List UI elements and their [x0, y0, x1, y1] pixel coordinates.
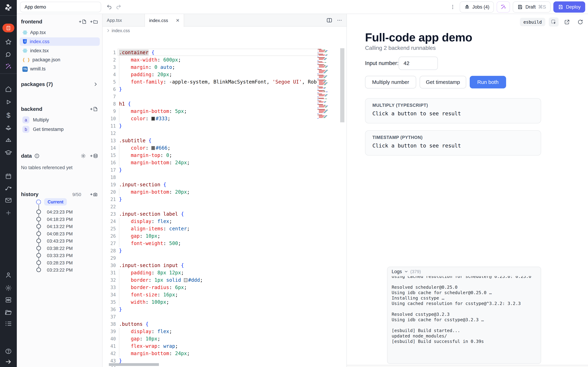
refresh-icon[interactable] [575, 17, 585, 26]
account-icon[interactable] [0, 269, 17, 281]
open-external-icon[interactable] [562, 17, 572, 26]
file-item-wmill-ts[interactable]: TSwmill.ts [20, 65, 100, 73]
app-title-input[interactable]: App demo [20, 2, 101, 12]
history-node[interactable] [36, 231, 41, 236]
code-line: .input-section input { [119, 262, 317, 269]
history-node[interactable] [36, 224, 41, 229]
history-timestamp[interactable]: 04:23:23 PM [47, 209, 73, 215]
packages-chevron-icon[interactable] [93, 82, 98, 87]
settings-gear-icon[interactable] [0, 282, 17, 294]
editor-horizontal-scrollbar[interactable] [109, 363, 159, 366]
get-timestamp-button[interactable]: Get timestamp [420, 76, 466, 88]
data-settings-icon[interactable] [80, 153, 86, 159]
history-timestamp[interactable]: 04:08:23 PM [47, 231, 73, 237]
help-icon[interactable] [0, 345, 17, 357]
add-file-icon[interactable] [78, 19, 87, 25]
windmill-logo[interactable] [0, 2, 17, 14]
history-node[interactable] [36, 260, 41, 265]
code-line: max-width: 600px; [119, 56, 317, 64]
logs-header[interactable]: Logs (379) [388, 267, 541, 276]
more-menu-icon[interactable] [450, 4, 456, 10]
home-icon[interactable] [0, 83, 17, 95]
editor-more-icon[interactable] [337, 17, 342, 23]
add-folder-icon[interactable] [90, 19, 99, 25]
history-node[interactable] [36, 246, 41, 250]
history-current-pill[interactable]: Current [44, 198, 67, 206]
breadcrumb[interactable]: index.css [103, 26, 346, 35]
favorites-nav[interactable] [0, 36, 17, 48]
info-icon[interactable] [34, 153, 40, 158]
history-count: 9/50 [72, 192, 81, 197]
search-icon[interactable] [0, 49, 17, 61]
schools-icon[interactable] [0, 147, 17, 159]
run-both-button[interactable]: Run both [470, 76, 506, 88]
file-item-App-tsx[interactable]: App.tsx [20, 28, 100, 37]
line-number: 38 [103, 320, 116, 328]
history-node[interactable] [36, 239, 41, 243]
file-item-index-css[interactable]: 3index.css [20, 37, 100, 46]
flows-icon[interactable] [0, 182, 17, 194]
ai-wand-button[interactable] [497, 1, 510, 13]
close-tab-icon[interactable]: ✕ [176, 18, 180, 23]
code-line: width: 100px; [119, 299, 317, 306]
file-item-package-json[interactable]: { }package.json [20, 56, 100, 64]
backend-runnable-b[interactable]: bGet timestamp [20, 125, 100, 133]
add-table-icon[interactable] [90, 153, 99, 159]
split-editor-icon[interactable] [326, 17, 332, 23]
ai-assistant-icon[interactable] [0, 60, 17, 72]
minimap[interactable] [317, 48, 339, 122]
current-line-highlight [118, 49, 318, 56]
jobs-button[interactable]: Jobs (4) [460, 1, 494, 13]
history-timestamp[interactable]: 03:43:23 PM [47, 238, 73, 244]
tab-app-tsx[interactable]: App.tsx [103, 14, 126, 26]
audit-logs-icon[interactable] [0, 318, 17, 330]
ts-file-icon: TS [22, 66, 28, 72]
expand-rail-icon[interactable] [0, 356, 17, 367]
history-timestamp[interactable]: 03:23:22 PM [47, 267, 73, 273]
backend-runnable-a[interactable]: aMultiply [20, 116, 100, 124]
calendar-icon[interactable] [0, 170, 17, 182]
history-timestamp[interactable]: 04:18:23 PM [47, 217, 73, 222]
draft-button[interactable]: Draft⌘S [513, 1, 551, 13]
history-node[interactable] [36, 253, 41, 258]
code-line: font-weight: 500; [119, 240, 317, 247]
redo-icon[interactable] [115, 4, 121, 10]
code-area[interactable]: 1234567891011121314151617181920212223242… [103, 35, 346, 367]
mail-icon[interactable] [0, 194, 17, 206]
packages-section-header[interactable]: packages (7) [21, 80, 99, 88]
resources-icon[interactable] [0, 122, 17, 134]
code-line: align-items: center; [119, 225, 317, 233]
runs-icon[interactable] [0, 96, 17, 108]
billing-icon[interactable]: $ [0, 109, 17, 121]
history-timestamp[interactable]: 03:28:23 PM [47, 260, 73, 266]
history-node[interactable] [36, 217, 41, 221]
add-nav-icon[interactable] [0, 207, 17, 219]
history-timestamp[interactable]: 04:13:22 PM [47, 224, 73, 229]
history-node[interactable] [36, 209, 41, 214]
apps-nav-active[interactable] [0, 22, 17, 34]
multiply-number-button[interactable]: Multiply number [365, 76, 416, 88]
undo-icon[interactable] [106, 4, 112, 10]
workers-icon[interactable] [0, 294, 17, 306]
history-timestamp[interactable]: 03:38:22 PM [47, 246, 73, 251]
line-number: 16 [103, 159, 116, 166]
component-picker-icon[interactable] [549, 17, 559, 26]
variables-icon[interactable] [0, 135, 17, 147]
code-line: h1 { [119, 100, 317, 108]
add-runnable-icon[interactable] [90, 106, 99, 112]
tab-index-css[interactable]: index.css✕ [145, 14, 184, 27]
deploy-button[interactable]: Deploy [553, 1, 585, 13]
bug-icon [464, 4, 470, 10]
editor-vertical-scrollbar[interactable] [340, 48, 344, 122]
input-number-label: Input number: [365, 60, 398, 67]
file-item-index-tsx[interactable]: index.tsx [20, 47, 100, 55]
code-line: } [119, 247, 317, 254]
history-timestamp[interactable]: 03:33:23 PM [47, 253, 73, 258]
history-node[interactable] [36, 267, 41, 272]
add-snapshot-icon[interactable] [90, 192, 99, 197]
code-line: font-size: 16px; [119, 291, 317, 299]
number-input[interactable]: 42 [399, 57, 438, 70]
folders-icon[interactable] [0, 307, 17, 318]
logs-content[interactable]: Using cached resolution for scheduler@ 0… [392, 274, 539, 344]
code-line: margin-bottom: 24px; [119, 350, 317, 357]
